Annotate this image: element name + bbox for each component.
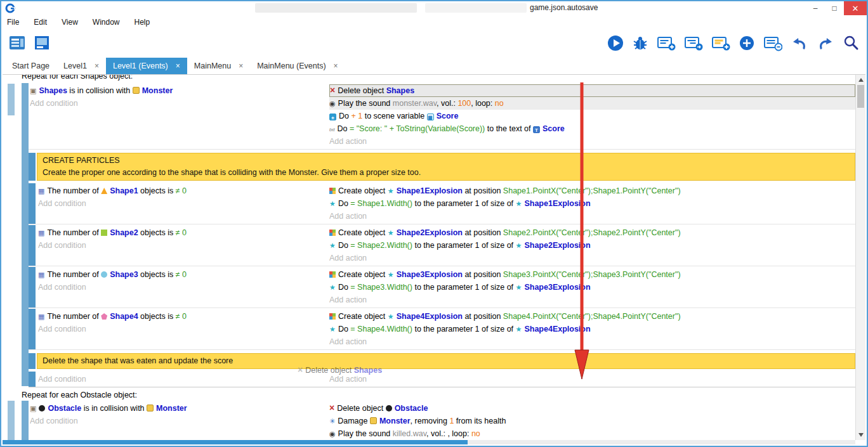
outer-tick[interactable] [8, 84, 15, 115]
menu-view[interactable]: View [62, 18, 78, 27]
debug-icon[interactable] [632, 35, 648, 51]
event-grip[interactable] [29, 183, 36, 224]
add-action-link[interactable]: Add action [329, 210, 855, 223]
redo-icon[interactable] [817, 35, 834, 51]
condition-line[interactable]: ▦The number of Shape1 objects is ≠ 0 [38, 185, 326, 197]
add-comment-icon[interactable] [711, 35, 730, 51]
condition-line[interactable]: ▦The number of Shape3 objects is ≠ 0 [38, 268, 326, 281]
add-condition-link[interactable]: Add condition [30, 97, 326, 110]
add-action-link[interactable]: Add action [329, 294, 855, 306]
event-grip[interactable] [29, 372, 36, 387]
tab-close-icon[interactable]: × [239, 62, 243, 70]
tab-level1[interactable]: Level1× [56, 58, 106, 74]
horizontal-scrollbar[interactable] [3, 440, 855, 444]
comment-block[interactable]: CREATE PARTICLESCreate the proper one ac… [37, 153, 855, 181]
inner-grip[interactable] [22, 401, 29, 440]
condition-line[interactable]: ▦The number of Shape4 objects is ≠ 0 [38, 310, 326, 323]
title-redaction [255, 3, 417, 13]
play-icon[interactable] [607, 35, 624, 51]
action-line[interactable]: Create object ★Shape2Explosion at positi… [329, 226, 855, 239]
add-other-event-icon[interactable] [739, 35, 755, 51]
event-text: monster.wav [393, 99, 437, 108]
menu-window[interactable]: Window [93, 18, 120, 27]
close-button[interactable]: ✕ [844, 1, 867, 15]
action-line[interactable]: ×Delete object Obstacle [329, 402, 855, 415]
action-line[interactable]: Create object ★Shape3Explosion at positi… [329, 268, 855, 281]
condition-line[interactable]: ▣Obstacle is in collision with Monster [30, 402, 326, 415]
add-subevent-icon[interactable] [684, 35, 703, 51]
action-line[interactable]: ±Do + 1 to scene variable ▦Score [329, 110, 855, 122]
event-row[interactable]: Add conditionAdd action [29, 372, 855, 387]
event-grip[interactable] [29, 353, 36, 369]
search-icon[interactable] [843, 35, 859, 51]
add-event-icon[interactable] [657, 35, 676, 51]
action-line[interactable]: ★Do = Shape2.Width() to the parameter 1 … [329, 239, 855, 252]
event-repeat-header[interactable]: Repeat for each Obstacle object: [3, 388, 855, 401]
scroll-down-icon[interactable] [858, 433, 864, 437]
menu-file[interactable]: File [7, 18, 19, 27]
horizontal-scroll-thumb[interactable] [3, 440, 468, 444]
vertical-scrollbar[interactable] [855, 75, 865, 440]
action-line[interactable]: ◉Play the sound monster.wav, vol.: 100, … [329, 97, 855, 110]
undo-icon[interactable] [791, 35, 808, 51]
outer-grip[interactable] [8, 401, 15, 440]
tab-bar: Start PageLevel1×Level1 (Events)×MainMen… [1, 57, 867, 74]
event-row[interactable]: ▣Obstacle is in collision with MonsterAd… [29, 401, 855, 440]
action-line[interactable]: ◉Play the sound killed.wav, vol.: , loop… [329, 427, 855, 440]
projects-manager-icon[interactable] [9, 35, 27, 51]
event-row[interactable]: ▦The number of Shape4 objects is ≠ 0Add … [29, 309, 855, 350]
add-action-link[interactable]: Add action [329, 135, 855, 148]
event-text: Damage [338, 417, 370, 425]
tab-start-page[interactable]: Start Page [5, 58, 56, 74]
tab-mainmenu-events[interactable]: MainMenu (Events)× [250, 58, 345, 74]
action-line[interactable]: Create object ★Shape1Explosion at positi… [329, 185, 855, 197]
event-grip[interactable] [29, 225, 36, 266]
scene-editor-icon[interactable] [34, 35, 51, 51]
monster-icon [133, 87, 140, 94]
event-row[interactable]: ▣Shapes is in collision with MonsterAdd … [29, 83, 855, 150]
vertical-scroll-thumb[interactable] [857, 85, 864, 108]
condition-line[interactable]: ▣Shapes is in collision with Monster [30, 84, 326, 97]
tab-close-icon[interactable]: × [176, 62, 180, 70]
tab-close-icon[interactable]: × [95, 62, 99, 70]
action-line[interactable]: ★Do = Shape3.Width() to the parameter 1 … [329, 281, 855, 294]
action-line[interactable]: ★Do = Shape1.Width() to the parameter 1 … [329, 197, 855, 210]
add-condition-link[interactable]: Add condition [38, 373, 326, 385]
add-condition-link[interactable]: Add condition [38, 239, 326, 252]
condition-line[interactable]: ▦The number of Shape2 objects is ≠ 0 [38, 226, 326, 239]
event-row[interactable]: ▦The number of Shape2 objects is ≠ 0Add … [29, 225, 855, 266]
minimize-button[interactable]: – [806, 1, 825, 15]
event-row[interactable]: ▦The number of Shape3 objects is ≠ 0Add … [29, 267, 855, 308]
tab-close-icon[interactable]: × [334, 62, 338, 70]
add-action-link[interactable]: Add action [329, 252, 855, 264]
action-line[interactable]: ✳Damage Monster, removing 1 from its hea… [329, 415, 855, 427]
add-condition-link[interactable]: Add condition [38, 281, 326, 294]
event-grip[interactable] [29, 153, 36, 181]
delete-icon: × [330, 86, 335, 94]
event-grip[interactable] [29, 267, 36, 308]
menu-help[interactable]: Help [135, 18, 150, 27]
add-action-link[interactable]: Add action [329, 373, 855, 385]
event-row[interactable]: ▦The number of Shape1 objects is ≠ 0Add … [29, 183, 855, 224]
action-line[interactable]: Create object ★Shape4Explosion at positi… [329, 310, 855, 323]
action-line[interactable]: txtDo = "Score: " + ToString(Variable(Sc… [329, 122, 855, 135]
event-text: Do [338, 241, 350, 250]
maximize-button[interactable]: □ [825, 1, 844, 15]
menu-edit[interactable]: Edit [34, 18, 47, 27]
action-line[interactable]: ★Do = Shape4.Width() to the parameter 1 … [329, 323, 855, 335]
comment-block[interactable]: Delete the shape that was eaten and upda… [37, 353, 855, 369]
main-grip[interactable] [22, 83, 29, 386]
add-condition-link[interactable]: Add condition [30, 415, 326, 427]
menu-bar: FileEditViewWindowHelp [1, 15, 867, 29]
tab-mainmenu[interactable]: MainMenu× [187, 58, 250, 74]
add-condition-link[interactable]: Add condition [38, 323, 326, 335]
tab-level1-events[interactable]: Level1 (Events)× [106, 58, 187, 74]
add-condition-link[interactable]: Add condition [38, 197, 326, 210]
event-grip[interactable] [29, 309, 36, 349]
add-action-link[interactable]: Add action [329, 335, 855, 348]
action-line[interactable]: ×Delete object Shapes [329, 84, 855, 97]
actions-cell: Create object ★Shape1Explosion at positi… [328, 183, 855, 224]
scroll-up-icon[interactable] [858, 78, 864, 82]
collision-icon: ▣ [30, 87, 36, 94]
toggle-event-icon[interactable] [763, 35, 782, 51]
